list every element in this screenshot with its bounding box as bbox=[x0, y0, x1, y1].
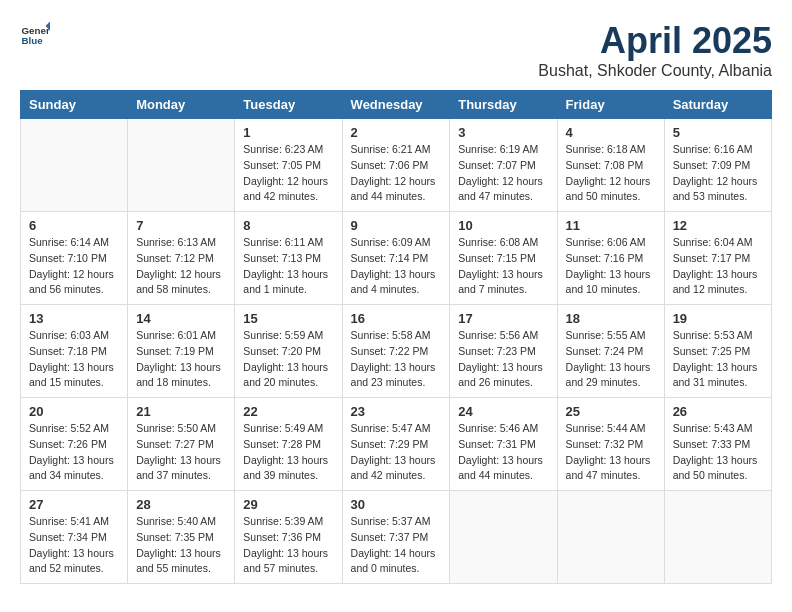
day-info: Sunrise: 6:13 AM Sunset: 7:12 PM Dayligh… bbox=[136, 235, 226, 298]
day-number: 18 bbox=[566, 311, 656, 326]
day-number: 15 bbox=[243, 311, 333, 326]
day-info: Sunrise: 5:59 AM Sunset: 7:20 PM Dayligh… bbox=[243, 328, 333, 391]
day-info: Sunrise: 5:39 AM Sunset: 7:36 PM Dayligh… bbox=[243, 514, 333, 577]
calendar-cell bbox=[664, 491, 771, 584]
day-info: Sunrise: 6:23 AM Sunset: 7:05 PM Dayligh… bbox=[243, 142, 333, 205]
day-info: Sunrise: 5:43 AM Sunset: 7:33 PM Dayligh… bbox=[673, 421, 763, 484]
day-number: 28 bbox=[136, 497, 226, 512]
calendar-cell: 17Sunrise: 5:56 AM Sunset: 7:23 PM Dayli… bbox=[450, 305, 557, 398]
day-info: Sunrise: 6:21 AM Sunset: 7:06 PM Dayligh… bbox=[351, 142, 442, 205]
calendar-cell: 6Sunrise: 6:14 AM Sunset: 7:10 PM Daylig… bbox=[21, 212, 128, 305]
calendar-cell: 20Sunrise: 5:52 AM Sunset: 7:26 PM Dayli… bbox=[21, 398, 128, 491]
day-number: 22 bbox=[243, 404, 333, 419]
day-info: Sunrise: 5:53 AM Sunset: 7:25 PM Dayligh… bbox=[673, 328, 763, 391]
day-number: 19 bbox=[673, 311, 763, 326]
day-number: 20 bbox=[29, 404, 119, 419]
day-number: 24 bbox=[458, 404, 548, 419]
calendar-cell: 3Sunrise: 6:19 AM Sunset: 7:07 PM Daylig… bbox=[450, 119, 557, 212]
day-number: 26 bbox=[673, 404, 763, 419]
day-number: 23 bbox=[351, 404, 442, 419]
calendar-week-2: 6Sunrise: 6:14 AM Sunset: 7:10 PM Daylig… bbox=[21, 212, 772, 305]
calendar-cell: 1Sunrise: 6:23 AM Sunset: 7:05 PM Daylig… bbox=[235, 119, 342, 212]
day-info: Sunrise: 6:14 AM Sunset: 7:10 PM Dayligh… bbox=[29, 235, 119, 298]
day-info: Sunrise: 6:19 AM Sunset: 7:07 PM Dayligh… bbox=[458, 142, 548, 205]
calendar-header-row: SundayMondayTuesdayWednesdayThursdayFrid… bbox=[21, 91, 772, 119]
day-info: Sunrise: 6:01 AM Sunset: 7:19 PM Dayligh… bbox=[136, 328, 226, 391]
day-number: 13 bbox=[29, 311, 119, 326]
title-section: April 2025 Bushat, Shkoder County, Alban… bbox=[538, 20, 772, 80]
calendar-cell: 26Sunrise: 5:43 AM Sunset: 7:33 PM Dayli… bbox=[664, 398, 771, 491]
calendar-cell: 14Sunrise: 6:01 AM Sunset: 7:19 PM Dayli… bbox=[128, 305, 235, 398]
day-info: Sunrise: 5:41 AM Sunset: 7:34 PM Dayligh… bbox=[29, 514, 119, 577]
day-number: 30 bbox=[351, 497, 442, 512]
day-info: Sunrise: 6:06 AM Sunset: 7:16 PM Dayligh… bbox=[566, 235, 656, 298]
calendar-cell: 30Sunrise: 5:37 AM Sunset: 7:37 PM Dayli… bbox=[342, 491, 450, 584]
day-number: 16 bbox=[351, 311, 442, 326]
calendar-cell: 16Sunrise: 5:58 AM Sunset: 7:22 PM Dayli… bbox=[342, 305, 450, 398]
day-number: 5 bbox=[673, 125, 763, 140]
day-info: Sunrise: 6:03 AM Sunset: 7:18 PM Dayligh… bbox=[29, 328, 119, 391]
day-number: 6 bbox=[29, 218, 119, 233]
logo: General Blue bbox=[20, 20, 50, 50]
calendar-cell: 23Sunrise: 5:47 AM Sunset: 7:29 PM Dayli… bbox=[342, 398, 450, 491]
day-info: Sunrise: 5:47 AM Sunset: 7:29 PM Dayligh… bbox=[351, 421, 442, 484]
calendar-week-1: 1Sunrise: 6:23 AM Sunset: 7:05 PM Daylig… bbox=[21, 119, 772, 212]
day-info: Sunrise: 5:46 AM Sunset: 7:31 PM Dayligh… bbox=[458, 421, 548, 484]
day-number: 7 bbox=[136, 218, 226, 233]
day-info: Sunrise: 6:18 AM Sunset: 7:08 PM Dayligh… bbox=[566, 142, 656, 205]
day-info: Sunrise: 6:16 AM Sunset: 7:09 PM Dayligh… bbox=[673, 142, 763, 205]
weekday-header-friday: Friday bbox=[557, 91, 664, 119]
day-number: 21 bbox=[136, 404, 226, 419]
calendar-table: SundayMondayTuesdayWednesdayThursdayFrid… bbox=[20, 90, 772, 584]
calendar-cell: 24Sunrise: 5:46 AM Sunset: 7:31 PM Dayli… bbox=[450, 398, 557, 491]
day-number: 12 bbox=[673, 218, 763, 233]
weekday-header-thursday: Thursday bbox=[450, 91, 557, 119]
calendar-cell bbox=[21, 119, 128, 212]
calendar-cell bbox=[557, 491, 664, 584]
day-info: Sunrise: 5:37 AM Sunset: 7:37 PM Dayligh… bbox=[351, 514, 442, 577]
day-info: Sunrise: 5:50 AM Sunset: 7:27 PM Dayligh… bbox=[136, 421, 226, 484]
day-number: 27 bbox=[29, 497, 119, 512]
day-number: 9 bbox=[351, 218, 442, 233]
day-info: Sunrise: 5:44 AM Sunset: 7:32 PM Dayligh… bbox=[566, 421, 656, 484]
weekday-header-wednesday: Wednesday bbox=[342, 91, 450, 119]
calendar-cell: 8Sunrise: 6:11 AM Sunset: 7:13 PM Daylig… bbox=[235, 212, 342, 305]
calendar-cell: 19Sunrise: 5:53 AM Sunset: 7:25 PM Dayli… bbox=[664, 305, 771, 398]
calendar-cell: 5Sunrise: 6:16 AM Sunset: 7:09 PM Daylig… bbox=[664, 119, 771, 212]
calendar-cell: 2Sunrise: 6:21 AM Sunset: 7:06 PM Daylig… bbox=[342, 119, 450, 212]
day-number: 29 bbox=[243, 497, 333, 512]
calendar-cell: 10Sunrise: 6:08 AM Sunset: 7:15 PM Dayli… bbox=[450, 212, 557, 305]
weekday-header-monday: Monday bbox=[128, 91, 235, 119]
day-info: Sunrise: 5:49 AM Sunset: 7:28 PM Dayligh… bbox=[243, 421, 333, 484]
day-number: 25 bbox=[566, 404, 656, 419]
day-number: 11 bbox=[566, 218, 656, 233]
day-info: Sunrise: 6:08 AM Sunset: 7:15 PM Dayligh… bbox=[458, 235, 548, 298]
month-title: April 2025 bbox=[538, 20, 772, 62]
day-info: Sunrise: 5:56 AM Sunset: 7:23 PM Dayligh… bbox=[458, 328, 548, 391]
day-number: 10 bbox=[458, 218, 548, 233]
calendar-cell: 28Sunrise: 5:40 AM Sunset: 7:35 PM Dayli… bbox=[128, 491, 235, 584]
day-number: 1 bbox=[243, 125, 333, 140]
calendar-cell: 25Sunrise: 5:44 AM Sunset: 7:32 PM Dayli… bbox=[557, 398, 664, 491]
day-number: 17 bbox=[458, 311, 548, 326]
calendar-week-4: 20Sunrise: 5:52 AM Sunset: 7:26 PM Dayli… bbox=[21, 398, 772, 491]
weekday-header-tuesday: Tuesday bbox=[235, 91, 342, 119]
calendar-cell: 22Sunrise: 5:49 AM Sunset: 7:28 PM Dayli… bbox=[235, 398, 342, 491]
day-info: Sunrise: 5:40 AM Sunset: 7:35 PM Dayligh… bbox=[136, 514, 226, 577]
calendar-cell: 7Sunrise: 6:13 AM Sunset: 7:12 PM Daylig… bbox=[128, 212, 235, 305]
calendar-cell bbox=[450, 491, 557, 584]
calendar-body: 1Sunrise: 6:23 AM Sunset: 7:05 PM Daylig… bbox=[21, 119, 772, 584]
location-title: Bushat, Shkoder County, Albania bbox=[538, 62, 772, 80]
calendar-week-5: 27Sunrise: 5:41 AM Sunset: 7:34 PM Dayli… bbox=[21, 491, 772, 584]
logo-icon: General Blue bbox=[20, 20, 50, 50]
weekday-header-sunday: Sunday bbox=[21, 91, 128, 119]
calendar-cell: 18Sunrise: 5:55 AM Sunset: 7:24 PM Dayli… bbox=[557, 305, 664, 398]
day-info: Sunrise: 6:11 AM Sunset: 7:13 PM Dayligh… bbox=[243, 235, 333, 298]
day-number: 4 bbox=[566, 125, 656, 140]
calendar-cell bbox=[128, 119, 235, 212]
weekday-header-saturday: Saturday bbox=[664, 91, 771, 119]
day-number: 2 bbox=[351, 125, 442, 140]
calendar-cell: 12Sunrise: 6:04 AM Sunset: 7:17 PM Dayli… bbox=[664, 212, 771, 305]
calendar-cell: 29Sunrise: 5:39 AM Sunset: 7:36 PM Dayli… bbox=[235, 491, 342, 584]
day-number: 14 bbox=[136, 311, 226, 326]
